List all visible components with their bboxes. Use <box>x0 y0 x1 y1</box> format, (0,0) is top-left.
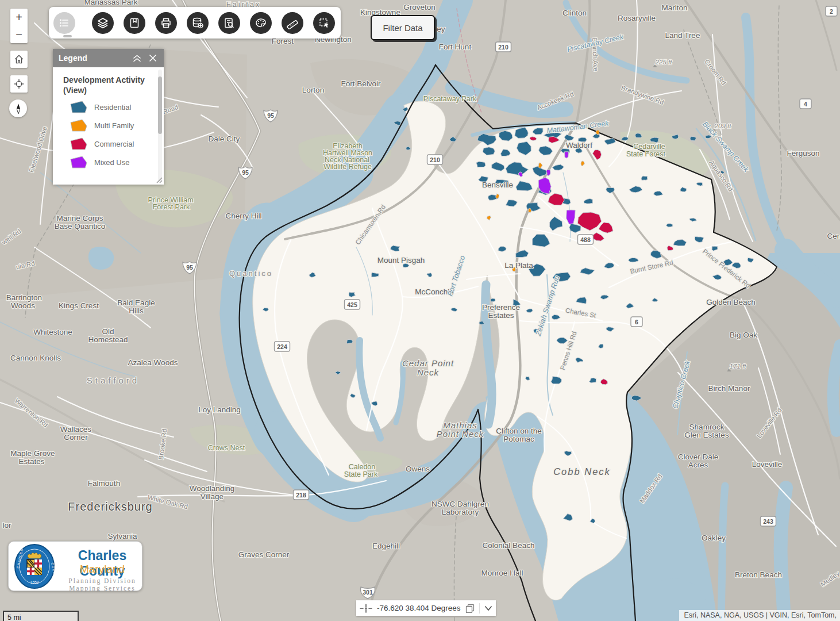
map-label: Woods <box>11 301 35 310</box>
legend-collapse-button[interactable] <box>131 53 143 64</box>
legend-resize-handle[interactable] <box>155 175 163 183</box>
legend-layer-title: Development Activity (View) <box>53 67 155 98</box>
map-label: Potomac <box>503 435 534 443</box>
route-shield-number: 210 <box>430 156 440 163</box>
feature-residential[interactable] <box>476 162 485 167</box>
route-shield: 224 <box>275 342 290 351</box>
feature-residential[interactable] <box>641 176 648 180</box>
feature-mixed_use[interactable] <box>546 170 550 175</box>
legend-panel-title: Legend <box>59 53 126 63</box>
map-label: Neck <box>417 367 440 377</box>
resize-icon <box>155 175 163 183</box>
divider <box>479 603 480 614</box>
pick-coordinates-icon[interactable] <box>360 603 372 614</box>
home-icon <box>13 53 25 65</box>
legend-swatch <box>70 156 87 168</box>
map-label: Rosaryville <box>618 14 656 22</box>
route-shield: 6 <box>631 317 642 327</box>
map-label: Glen Estates <box>684 431 729 439</box>
toolbar-button-measure[interactable] <box>282 12 303 34</box>
map-label: lor <box>2 521 11 530</box>
legend-close-button[interactable] <box>148 53 158 63</box>
map-label: Oakley <box>702 534 726 542</box>
map-label: Piscataway Park <box>423 95 477 103</box>
feature-residential[interactable] <box>551 377 561 384</box>
route-shield-number: 488 <box>580 236 591 243</box>
feature-residential[interactable] <box>635 133 642 138</box>
map-label: NSWC Dahlgren <box>431 500 489 508</box>
feature-residential[interactable] <box>526 377 530 380</box>
zoom-out-button[interactable]: − <box>10 26 28 43</box>
measure-icon <box>286 17 299 29</box>
map-label: Village <box>201 492 224 501</box>
toolbar-button-query[interactable] <box>218 12 240 34</box>
legend-swatch <box>70 101 87 113</box>
map-label: Mount Pisgah <box>377 256 425 264</box>
compass-needle-icon <box>12 102 25 115</box>
map-label: Bensville <box>482 181 513 189</box>
filter-data-button[interactable]: Filter Data <box>371 15 435 40</box>
toolbar <box>49 7 341 39</box>
legend-swatch <box>70 137 87 150</box>
toolbar-expand-handle[interactable] <box>63 35 72 37</box>
route-shield: 2 <box>826 6 837 16</box>
zoom-control: + − <box>10 9 28 43</box>
route-shield: 210 <box>427 155 443 164</box>
toolbar-button-select[interactable] <box>313 12 335 34</box>
locate-button[interactable] <box>10 75 28 93</box>
map-label: Loveville <box>752 460 783 469</box>
compass-button[interactable] <box>9 99 27 117</box>
legend-scrollbar-thumb[interactable] <box>158 76 162 134</box>
seal-year: 1658 <box>30 580 39 584</box>
feature-residential[interactable] <box>491 298 495 302</box>
route-shield-number: 2 <box>830 8 833 15</box>
zoom-in-button[interactable]: + <box>10 9 28 26</box>
chevron-down-icon[interactable] <box>484 605 492 611</box>
toolbar-button-print[interactable] <box>155 12 177 34</box>
toolbar-button-legend[interactable] <box>53 12 75 34</box>
copy-icon[interactable] <box>465 604 475 613</box>
map-label: Barrington <box>6 293 42 302</box>
legend-scrollbar[interactable] <box>158 70 162 181</box>
scalebar-label: 5 mi <box>4 613 21 621</box>
toolbar-button-add-data[interactable] <box>187 12 209 34</box>
toolbar-button-draw[interactable] <box>250 12 272 34</box>
feature-residential[interactable] <box>629 258 639 262</box>
logo-dept-line1: Planning Division <box>59 577 145 584</box>
map-label: Laboratory <box>442 508 479 516</box>
route-shield-number: 95 <box>267 112 274 119</box>
map-label: Loy Landing <box>198 405 241 414</box>
route-shield-number: 218 <box>296 492 306 499</box>
feature-residential[interactable] <box>690 137 696 141</box>
legend-item-label: Residential <box>94 103 131 112</box>
map-label: Manassas Park <box>84 0 137 6</box>
map-label: ley <box>435 25 445 33</box>
route-shield-number: 6 <box>635 319 638 325</box>
legend-item-label: Commercial <box>94 140 134 148</box>
legend-items: ResidentialMulti FamilyCommercialMixed U… <box>53 98 164 171</box>
feature-commercial[interactable] <box>530 137 537 141</box>
map-label: Quantico <box>229 269 273 278</box>
draw-icon <box>255 17 267 29</box>
legend-header[interactable]: Legend <box>53 49 164 67</box>
seal-shield <box>27 559 42 575</box>
feature-multi_family[interactable] <box>528 208 531 213</box>
print-icon <box>160 17 172 29</box>
toolbar-button-bookmarks[interactable] <box>124 12 145 34</box>
map-label: Marlton <box>661 3 687 12</box>
map-label: Ferguson <box>787 149 819 158</box>
feature-residential[interactable] <box>346 339 353 344</box>
feature-mixed_use[interactable] <box>565 152 569 158</box>
feature-residential[interactable] <box>666 224 673 227</box>
close-icon <box>149 54 157 62</box>
map-label: Shamrock <box>689 423 725 431</box>
toolbar-button-layers[interactable] <box>92 12 114 34</box>
route-shield-number: 95 <box>242 169 249 176</box>
query-icon <box>224 17 235 29</box>
map-label: Hills <box>129 306 144 315</box>
map-label: Wildlife Refuge <box>323 163 372 171</box>
map-label: Cedarville <box>633 143 665 151</box>
map-label: 225 ft <box>655 59 673 66</box>
route-shield-number: 224 <box>277 343 287 350</box>
home-button[interactable] <box>10 51 28 68</box>
